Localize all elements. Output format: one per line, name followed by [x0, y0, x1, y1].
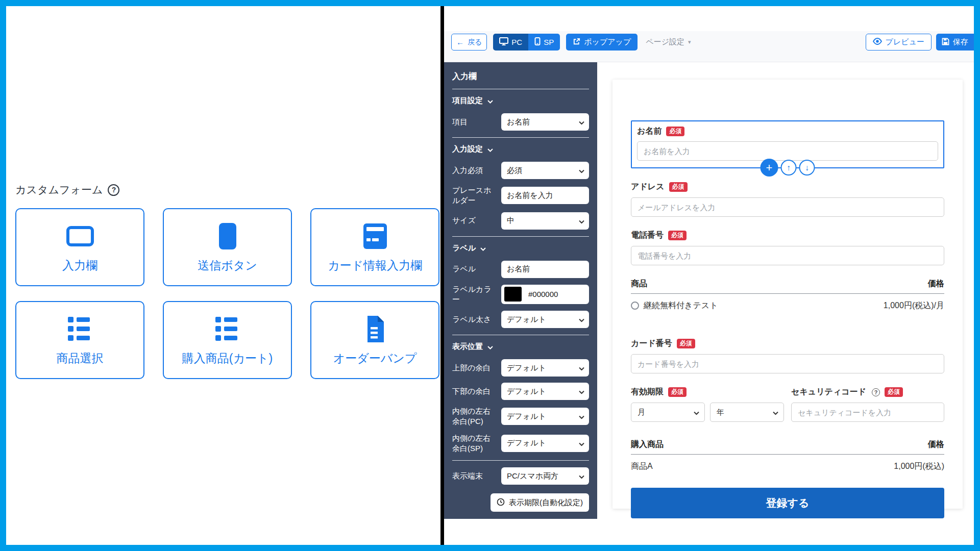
- size-select[interactable]: 中: [501, 212, 589, 230]
- component-card-submit-button[interactable]: 送信ボタン: [163, 208, 292, 286]
- section-item-settings[interactable]: 項目設定: [452, 96, 589, 106]
- document-icon: [364, 314, 386, 344]
- move-down-button[interactable]: ↓: [799, 160, 815, 176]
- preview-button[interactable]: プレビュー: [866, 34, 932, 51]
- required-badge: 必須: [668, 231, 687, 241]
- item-select[interactable]: お名前: [501, 113, 589, 131]
- product-name: 継続無料付きテスト: [644, 301, 718, 310]
- section-heading: 項目設定: [452, 96, 483, 106]
- device-toggle-sp[interactable]: SP: [528, 34, 560, 51]
- device-sp-label: SP: [544, 38, 554, 46]
- color-value: #000000: [528, 290, 558, 298]
- section-heading: ラベル: [452, 243, 476, 253]
- label-color-picker[interactable]: #000000: [501, 285, 589, 304]
- submit-button[interactable]: 登録する: [631, 488, 944, 518]
- label-color-label: ラベルカラー: [452, 284, 501, 305]
- back-arrow-icon: ←: [456, 38, 464, 46]
- inner-padding-pc-select[interactable]: デフォルト: [501, 408, 589, 425]
- purchase-price: 1,000円(税込): [894, 461, 944, 472]
- device-toggle-pc[interactable]: PC: [493, 34, 528, 51]
- popup-button[interactable]: ポップアップ: [566, 34, 638, 51]
- save-button[interactable]: 保存: [936, 34, 974, 51]
- expiry-year-select[interactable]: 年: [710, 403, 784, 422]
- bottom-margin-label: 下部の余白: [452, 386, 501, 396]
- chevron-down-icon: [579, 315, 584, 324]
- security-code-label: セキュリティコード: [791, 387, 866, 397]
- phone-input[interactable]: [631, 246, 944, 265]
- back-button[interactable]: ← 戻る: [451, 34, 487, 51]
- card-number-field-group[interactable]: カード番号 必須: [631, 338, 944, 373]
- radio-button[interactable]: [631, 302, 639, 310]
- security-code-field-group: セキュリティコード ? 必須: [791, 387, 944, 422]
- help-icon[interactable]: ?: [108, 184, 119, 196]
- expiry-month-select[interactable]: 月: [631, 403, 705, 422]
- section-label-settings[interactable]: ラベル: [452, 243, 589, 253]
- security-code-input[interactable]: [791, 403, 944, 422]
- component-card-product-select[interactable]: 商品選択: [15, 301, 144, 379]
- card-number-label: カード番号: [631, 338, 672, 349]
- chevron-down-icon: [579, 118, 584, 127]
- chevron-down-icon: [773, 408, 778, 417]
- add-block-button[interactable]: +: [761, 159, 778, 177]
- phone-field-label: 電話番号: [631, 230, 664, 241]
- email-input[interactable]: [631, 197, 944, 217]
- settings-sidebar: 入力欄 項目設定 項目 お名前 入: [444, 62, 597, 519]
- expiry-year-value: 年: [717, 408, 724, 417]
- component-card-order-bump[interactable]: オーダーバンプ: [310, 301, 439, 379]
- display-device-select[interactable]: PC/スマホ両方: [501, 467, 589, 485]
- chevron-down-icon: [579, 439, 584, 447]
- required-badge: 必須: [885, 387, 903, 397]
- inner-padding-pc-label: 内側の左右余白(PC): [452, 406, 501, 427]
- label-weight-value: デフォルト: [507, 315, 546, 324]
- label-input[interactable]: [501, 261, 589, 278]
- purchase-name: 商品A: [631, 461, 653, 472]
- component-card-card-info[interactable]: カード情報入力欄: [310, 208, 439, 286]
- size-label: サイズ: [452, 215, 501, 226]
- label-weight-select[interactable]: デフォルト: [501, 311, 589, 328]
- email-field-group[interactable]: アドレス 必須: [631, 182, 944, 217]
- component-card-label: 購入商品(カート): [182, 350, 273, 366]
- input-field-icon: [66, 221, 94, 251]
- required-label: 入力必須: [452, 165, 501, 176]
- component-card-cart[interactable]: 購入商品(カート): [163, 301, 292, 379]
- display-limit-button[interactable]: 表示期限(自動化設定): [491, 493, 589, 512]
- placeholder-input[interactable]: [501, 187, 589, 204]
- clock-icon: [497, 498, 505, 508]
- component-card-input-field[interactable]: 入力欄: [15, 208, 144, 286]
- move-up-button[interactable]: ↑: [781, 160, 797, 176]
- inner-padding-sp-label: 内側の左右余白(SP): [452, 433, 501, 454]
- required-select-value: 必須: [507, 166, 522, 176]
- inner-padding-sp-select[interactable]: デフォルト: [501, 435, 589, 452]
- card-number-input[interactable]: [631, 354, 944, 373]
- top-margin-select[interactable]: デフォルト: [501, 359, 589, 377]
- page-settings-menu[interactable]: ページ設定 ▾: [646, 34, 691, 51]
- component-palette: カスタムフォーム ? 入力欄 送信ボタン カード情報入力欄: [6, 6, 440, 545]
- save-button-label: 保存: [953, 37, 968, 47]
- color-swatch[interactable]: [504, 287, 522, 302]
- required-badge: 必須: [669, 182, 688, 192]
- phone-field-group[interactable]: 電話番号 必須: [631, 230, 944, 265]
- name-field-label: お名前: [637, 126, 662, 137]
- selected-field-block[interactable]: お名前 必須 + ↑ ↓: [631, 120, 944, 168]
- sidebar-divider: [452, 335, 589, 335]
- purchase-table: 購入商品 価格 商品A 1,000円(税込): [631, 439, 944, 479]
- component-card-label: オーダーバンプ: [333, 350, 417, 366]
- monitor-icon: [499, 37, 508, 47]
- help-icon-small[interactable]: ?: [872, 388, 880, 396]
- palette-title: カスタムフォーム: [15, 183, 103, 197]
- device-toggle: PC SP: [493, 34, 560, 51]
- popup-icon: [573, 38, 580, 47]
- required-select[interactable]: 必須: [501, 162, 589, 179]
- bottom-margin-select[interactable]: デフォルト: [501, 383, 589, 400]
- panel-divider: [440, 6, 444, 545]
- preview-button-label: プレビュー: [886, 37, 924, 47]
- form-card: お名前 必須 + ↑ ↓ アドレス 必須: [612, 80, 963, 509]
- eye-icon: [873, 38, 882, 46]
- section-input-settings[interactable]: 入力設定: [452, 144, 589, 154]
- top-margin-value: デフォルト: [507, 363, 546, 373]
- smartphone-icon: [534, 37, 541, 47]
- name-input[interactable]: [637, 141, 938, 161]
- page-settings-label: ページ設定: [646, 37, 684, 47]
- chevron-down-icon: [579, 387, 584, 396]
- section-position-settings[interactable]: 表示位置: [452, 342, 589, 352]
